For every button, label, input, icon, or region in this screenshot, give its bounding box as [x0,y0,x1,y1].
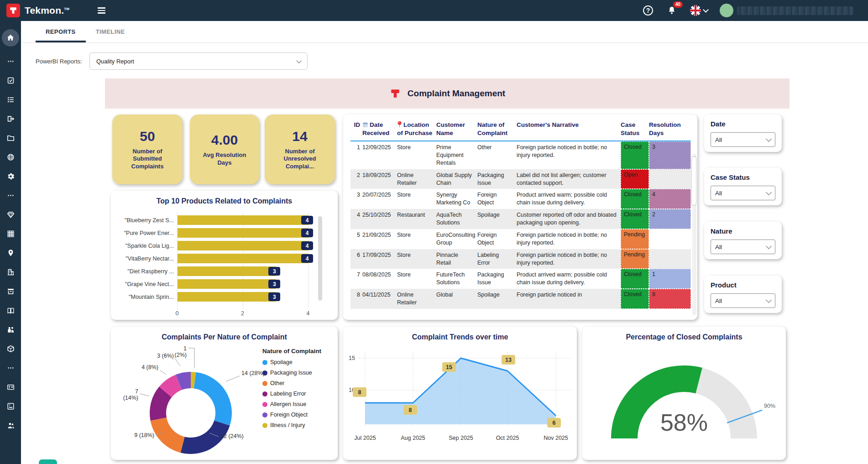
sidebar-item-apps[interactable] [2,229,19,238]
trends-line-chart[interactable]: 15108815136Jul 2025Aug 2025Sep 2025Oct 2… [343,327,577,460]
table-row[interactable]: 5 21/09/2025 Store EuroConsulting Group … [350,229,691,249]
brand-logo[interactable]: Tekmon.TM [0,4,69,17]
sidebar-item-home[interactable] [2,29,19,47]
legend-item[interactable]: Other [262,380,321,386]
user-avatar[interactable] [720,4,733,17]
bar[interactable] [178,254,309,263]
sidebar-item-more[interactable] [2,57,19,66]
donut-callout-label: 1(2%) [175,345,187,358]
cell-nature: Packaging Issue [477,269,517,289]
chat-launcher[interactable] [39,459,57,464]
sidebar-item-archive[interactable] [2,287,19,296]
sidebar-item-gem[interactable] [2,210,19,219]
tab-timeline[interactable]: TIMELINE [86,21,135,42]
sidebar-item-more[interactable] [2,364,19,372]
notifications-bell-icon[interactable]: 40 [666,5,678,16]
filter-dropdown[interactable]: All [711,293,775,308]
report-select-dropdown[interactable]: Quality Report [89,52,308,70]
table-row[interactable]: 6 17/09/2025 Store Pinnacle Retail Label… [350,249,691,269]
column-header[interactable]: ID [350,120,362,138]
legend-dot-icon [262,402,267,407]
filter-card-product: Product All [704,276,782,313]
bar[interactable] [178,279,276,289]
filter-card-date: Date All [704,115,782,152]
legend-item[interactable]: Spoilage [262,359,321,365]
table-row[interactable]: 4 25/10/2025 Restaurant AquaTech Solutio… [350,209,691,229]
cell-id: 8 [350,289,362,309]
case-status-cell: Closed [621,209,649,229]
sidebar-item-location[interactable] [2,249,19,257]
top-products-bar-chart[interactable]: Top 10 Products Related to Complaints "B… [111,191,338,320]
table-row[interactable]: 2 18/09/2025 Online Retailer Global Supp… [350,169,691,189]
kpi-card-unresolved[interactable]: 14 Number of Unresolved Complai... [265,115,335,184]
bar-row[interactable]: "Mountain Sprin... 3 [111,292,338,302]
bar[interactable] [178,292,276,302]
filter-dropdown[interactable]: All [711,132,775,147]
language-selector[interactable] [690,5,708,16]
kpi-card-submitted[interactable]: 50 Number of Submitted Complaints [112,115,183,184]
legend-label: Labeling Error [270,391,306,397]
bar-row[interactable]: "Sparkle Cola Lig... 4 [111,241,338,250]
legend-item[interactable]: Illness / Injury [262,422,321,428]
main-content: REPORTSTIMELINE PowerBI Reports: Quality… [21,21,868,464]
filter-dropdown[interactable]: All [711,186,775,200]
sidebar-item-settings[interactable] [2,172,19,181]
table-row[interactable]: 1 12/09/2025 Store Prime Equipment Renta… [350,141,691,169]
sidebar-item-gallery[interactable] [2,402,19,411]
sidebar-item-folder[interactable] [2,134,19,142]
legend-item[interactable]: Labeling Error [262,391,321,397]
legend-title: Nature of Complaint [262,348,321,355]
gauge-target-label: 90% [764,403,775,409]
bar-chart-scrollbar[interactable] [318,216,322,301]
bar-row[interactable]: "Blueberry Zest S... 4 [111,215,338,225]
complaints-table-card: IDDate ReceivedLocation of PurchaseCusto… [343,115,697,320]
column-header[interactable]: Date Received [362,120,397,138]
column-header[interactable]: Location of Purchase [397,120,436,138]
sidebar-item-book[interactable] [2,306,19,315]
table-row[interactable]: 8 04/11/2025 Online Retailer Global Spoi… [350,289,691,309]
table-scrollbar-thumb[interactable] [691,156,696,205]
sidebar-item-globe[interactable] [2,153,19,162]
sidebar-item-usergroup[interactable] [2,421,19,430]
help-icon[interactable]: ? [642,5,654,16]
bar-row[interactable]: "Grape Vine Nect... 3 [111,279,338,289]
bar-row[interactable]: "Diet Raspberry ... 3 [111,266,338,276]
sidebar-item-people[interactable] [2,325,19,334]
sidebar-item-list[interactable] [2,95,19,104]
legend-item[interactable]: Allergen Issue [262,401,321,407]
sidebar-item-package[interactable] [2,344,19,353]
bar-row[interactable]: "VitaBerry Nectar... 4 [111,254,338,263]
data-label: 15 [446,364,452,370]
bar-category-label: "Sparkle Cola Lig... [111,243,178,249]
donut-leader-line [226,376,240,381]
column-header[interactable]: Resolution Days [649,120,691,138]
table-row[interactable]: 3 20/07/2025 Store Synergy Marketing Co … [350,189,691,209]
hamburger-menu-icon[interactable] [98,7,105,14]
sidebar-item-idcard[interactable] [2,383,19,391]
column-header[interactable]: Case Status [621,120,649,138]
sidebar-item-export[interactable] [2,115,19,123]
cell-customer: Synergy Marketing Co [436,189,477,209]
legend-item[interactable]: Packaging Issue [262,370,321,376]
bar-row[interactable]: "Pure Power Ener... 4 [111,228,338,238]
bar-category-label: "Mountain Sprin... [111,294,178,300]
legend-item[interactable]: Foreign Object [262,412,321,418]
kpi-card-avg-resolution[interactable]: 4.00 Avg Resolution Days [190,115,259,184]
table-row[interactable]: 7 08/08/2025 Store FutureTech Solutions … [350,269,691,289]
column-header[interactable]: Nature of Complaint [477,120,517,138]
bar[interactable] [178,266,276,276]
cell-location: Store [397,269,436,289]
filter-dropdown[interactable]: All [711,240,775,254]
tab-bar: REPORTSTIMELINE [21,21,868,43]
bar[interactable] [178,228,309,238]
column-header[interactable]: Customer's Narrative [517,120,621,138]
tab-reports[interactable]: REPORTS [36,21,86,42]
sidebar-item-more[interactable] [2,191,19,200]
closed-percentage-gauge[interactable]: 58%90% [582,327,786,460]
bar[interactable] [178,215,309,225]
column-header[interactable]: Customer Name [436,120,477,138]
sidebar-item-building[interactable] [2,268,19,276]
bar[interactable] [178,241,309,250]
filter-title: Product [711,281,775,289]
sidebar-item-tasks[interactable] [2,76,19,85]
